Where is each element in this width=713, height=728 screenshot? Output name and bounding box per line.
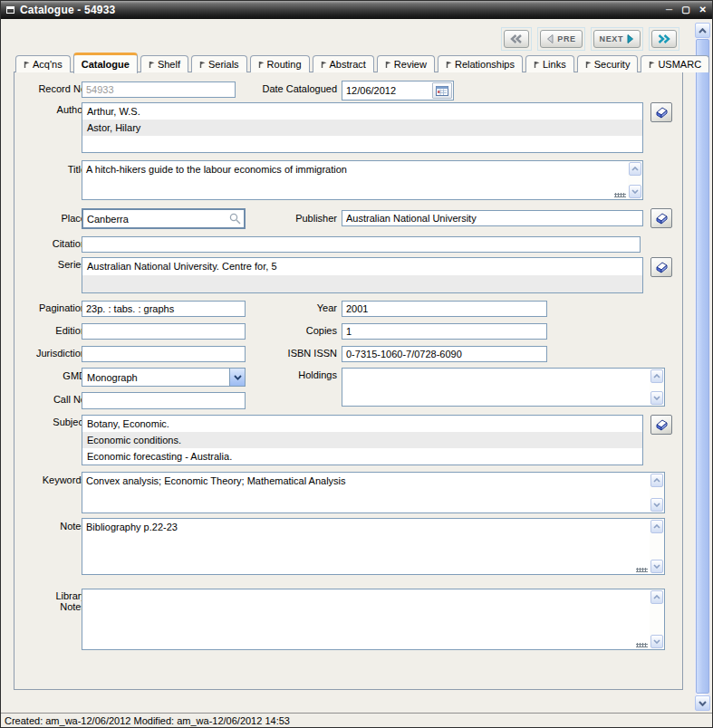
- next-record-button[interactable]: NEXT: [593, 30, 641, 48]
- tab-shelf[interactable]: Shelf: [140, 55, 188, 72]
- author-item[interactable]: [82, 136, 642, 152]
- tab-acqns[interactable]: Acq'ns: [15, 55, 71, 72]
- maximize-button[interactable]: ▢: [681, 5, 689, 14]
- author-list[interactable]: Arthur, W.S. Astor, Hilary: [82, 102, 643, 153]
- catalogue-window: Catalogue - 54933 ─ ▢ ✕ PRE NEXT: [0, 0, 713, 728]
- series-item[interactable]: [82, 275, 642, 292]
- keywords-label: Keywords: [22, 474, 86, 485]
- tab-relationships[interactable]: Relationships: [438, 55, 523, 72]
- subject-list[interactable]: Botany, Economic. Economic conditions. E…: [82, 415, 643, 465]
- title-textarea[interactable]: A hitch-hikers guide to the labour econo…: [83, 162, 626, 197]
- tab-review[interactable]: Review: [377, 55, 435, 72]
- tab-catalogue[interactable]: Catalogue: [73, 53, 138, 73]
- window-title: Catalogue - 54933: [20, 4, 115, 16]
- subject-eraser-button[interactable]: [650, 415, 672, 435]
- place-field[interactable]: [82, 208, 246, 229]
- resize-grip[interactable]: [636, 643, 648, 647]
- title-bar[interactable]: Catalogue - 54933 ─ ▢ ✕: [1, 1, 712, 19]
- scroll-down-button[interactable]: [650, 560, 663, 573]
- chevron-right-icon: [627, 34, 634, 43]
- previous-record-button[interactable]: PRE: [540, 30, 582, 48]
- first-record-button[interactable]: [504, 30, 529, 48]
- holdings-scrollbar[interactable]: [650, 369, 664, 406]
- window-scrollbar[interactable]: [695, 23, 710, 711]
- scroll-up-button[interactable]: [650, 369, 663, 383]
- subject-item[interactable]: Botany, Economic.: [82, 416, 642, 432]
- chevron-up-icon: [653, 374, 660, 378]
- previous-record-label: PRE: [557, 34, 575, 43]
- chevron-left-icon: [546, 34, 554, 43]
- library-notes-scrollbar[interactable]: [650, 589, 664, 649]
- edition-field[interactable]: [82, 323, 246, 340]
- scroll-down-button[interactable]: [650, 391, 663, 405]
- notes-scrollbar[interactable]: [650, 519, 664, 574]
- tab-links[interactable]: Links: [525, 55, 574, 72]
- catalogue-form-panel: Record No Date Catalogued Author Arthur,…: [14, 72, 683, 690]
- isbn-issn-field[interactable]: [342, 346, 547, 362]
- publisher-eraser-button[interactable]: [650, 208, 672, 228]
- series-item[interactable]: Australian National University. Centre f…: [82, 258, 642, 275]
- scroll-down-button[interactable]: [650, 635, 663, 648]
- title-label: Title: [22, 164, 86, 175]
- tab-security[interactable]: Security: [577, 55, 639, 72]
- record-no-field[interactable]: [82, 81, 236, 98]
- tab-usmarc[interactable]: USMARC: [641, 55, 709, 72]
- tab-routing[interactable]: Routing: [250, 55, 310, 72]
- author-item[interactable]: Arthur, W.S.: [82, 103, 642, 120]
- year-field[interactable]: [342, 301, 547, 317]
- calendar-button[interactable]: [432, 82, 452, 99]
- chevron-down-icon: [653, 503, 660, 507]
- title-field: A hitch-hikers guide to the labour econo…: [82, 160, 643, 200]
- library-notes-textarea[interactable]: [83, 590, 648, 647]
- scroll-up-button[interactable]: [650, 590, 663, 604]
- keywords-textarea[interactable]: Convex analysis; Economic Theory; Mathem…: [83, 474, 648, 511]
- calendar-icon: [436, 85, 448, 96]
- tab-abstract[interactable]: Abstract: [313, 55, 374, 72]
- call-no-field[interactable]: [82, 392, 246, 409]
- keywords-scrollbar[interactable]: [650, 473, 664, 512]
- jurisdiction-label: Jurisdiction: [22, 348, 86, 359]
- place-input[interactable]: [83, 213, 226, 225]
- date-catalogued-input[interactable]: [342, 84, 432, 97]
- series-list[interactable]: Australian National University. Centre f…: [82, 257, 643, 293]
- call-no-label: Call No: [22, 394, 86, 405]
- subject-item[interactable]: Economic forecasting - Australia.: [82, 448, 642, 465]
- scroll-up-button[interactable]: [695, 23, 710, 38]
- resize-grip[interactable]: [614, 193, 626, 197]
- scroll-down-button[interactable]: [629, 185, 641, 198]
- record-no-label: Record No: [22, 83, 86, 94]
- holdings-textarea[interactable]: [343, 369, 648, 404]
- close-button[interactable]: ✕: [699, 5, 707, 14]
- scrollbar-thumb[interactable]: [696, 39, 709, 694]
- scroll-up-button[interactable]: [650, 474, 663, 487]
- minimize-button[interactable]: ─: [666, 5, 672, 14]
- scroll-down-button[interactable]: [695, 695, 710, 711]
- author-eraser-button[interactable]: [650, 102, 672, 122]
- gmd-dropdown[interactable]: Monograph: [82, 368, 246, 387]
- chevron-down-icon: [653, 639, 660, 644]
- scroll-up-button[interactable]: [650, 520, 663, 533]
- series-eraser-button[interactable]: [650, 257, 672, 277]
- resize-grip[interactable]: [636, 568, 648, 572]
- library-notes-field: [82, 589, 665, 650]
- citation-field[interactable]: [82, 236, 641, 253]
- scroll-up-button[interactable]: [629, 162, 641, 176]
- chevron-up-icon: [631, 167, 639, 171]
- flag-icon: [258, 61, 265, 68]
- flag-icon: [149, 61, 155, 68]
- publisher-field[interactable]: [342, 210, 643, 226]
- jurisdiction-field[interactable]: [82, 346, 246, 362]
- pagination-field[interactable]: [82, 301, 246, 317]
- subject-item[interactable]: Economic conditions.: [82, 432, 642, 448]
- date-catalogued-field[interactable]: [342, 81, 454, 101]
- isbn-issn-label: ISBN ISSN: [223, 348, 337, 359]
- last-record-button[interactable]: [651, 30, 677, 48]
- citation-label: Citation: [22, 238, 86, 249]
- copies-field[interactable]: [342, 323, 547, 340]
- tab-serials[interactable]: Serials: [191, 55, 247, 72]
- author-item[interactable]: Astor, Hilary: [82, 120, 642, 136]
- flag-icon: [321, 61, 327, 68]
- notes-textarea[interactable]: Bibliography p.22-23: [83, 520, 648, 572]
- title-scrollbar[interactable]: [628, 161, 642, 199]
- scroll-down-button[interactable]: [650, 498, 663, 512]
